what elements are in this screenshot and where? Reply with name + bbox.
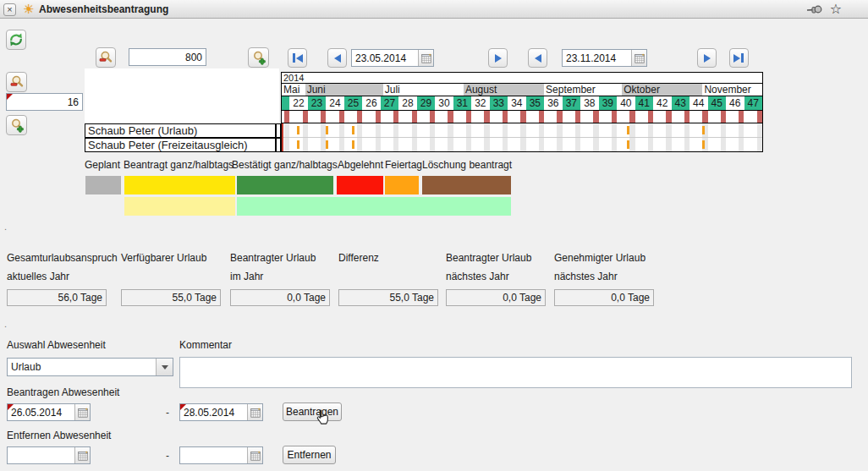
timeline-row-urlaub[interactable] (282, 123, 762, 138)
nav-prev-start-button[interactable] (327, 48, 347, 68)
resource-row-freizeitausgleich[interactable]: Schaub Peter (Freizeitausgleich) (85, 138, 276, 152)
weekend-stripe (557, 138, 562, 151)
nav-first-button[interactable] (288, 48, 307, 68)
summary-value-5: 0,0 Tage (554, 289, 654, 306)
nav-prev-end-button[interactable] (528, 48, 547, 68)
rows-zoom-in-button[interactable] (6, 115, 27, 135)
weekend-mark (284, 111, 289, 123)
remove-to-field (179, 446, 263, 464)
legend-label-3: Abgelehnt (338, 159, 383, 171)
row-count-input[interactable] (7, 94, 82, 110)
remove-to-input[interactable] (180, 447, 247, 463)
start-date-input[interactable] (352, 50, 418, 66)
first-icon (293, 53, 295, 63)
holiday-mark (326, 140, 328, 149)
rows-zoom-out-button[interactable] (6, 72, 27, 92)
absence-type-dropdown[interactable]: Urlaub (7, 358, 173, 376)
weekend-stripe (612, 138, 617, 151)
dropdown-arrow-button[interactable] (156, 359, 173, 375)
weekend-mark (430, 111, 435, 123)
next-icon (495, 54, 502, 63)
weekend-stripe (666, 138, 671, 151)
end-date-field (562, 49, 647, 67)
legend-swatch-4 (385, 176, 419, 194)
weekend-stripe (721, 123, 726, 137)
end-date-calendar-button[interactable] (631, 50, 646, 66)
remove-from-input[interactable] (8, 447, 74, 463)
close-button[interactable]: × (3, 3, 16, 16)
weekend-stripe (284, 138, 289, 151)
weekend-mark (593, 111, 598, 123)
weekend-stripe (284, 123, 289, 137)
weekend-stripe (520, 123, 525, 137)
month-cell-juni: Juni (305, 84, 386, 96)
request-to-input[interactable] (180, 404, 247, 420)
range-value-input[interactable] (129, 49, 206, 65)
date-range-separator: - (166, 450, 169, 462)
summary-label-5: Genehmigter Urlaub (554, 252, 646, 264)
weekend-mark (412, 111, 417, 123)
weekend-stripe (575, 138, 580, 151)
resource-row-urlaub[interactable]: Schaub Peter (Urlaub) (85, 123, 276, 138)
start-date-calendar-button[interactable] (418, 50, 433, 66)
week-cell-46: 46 (726, 96, 744, 110)
refresh-button[interactable] (6, 30, 26, 50)
separator-dot: . (4, 319, 7, 329)
end-date-input[interactable] (563, 50, 631, 66)
pin-button[interactable] (805, 3, 824, 17)
star-icon: ☆ (830, 2, 842, 16)
remove-button[interactable]: Entfernen (283, 446, 336, 464)
comment-textarea[interactable] (179, 357, 852, 388)
weekend-stripe (466, 138, 471, 151)
request-from-field (7, 403, 91, 421)
weekend-stripe (412, 138, 417, 151)
legend-half-day-swatches (0, 197, 868, 216)
nav-next-start-button[interactable] (488, 48, 508, 68)
request-from-input[interactable] (8, 404, 74, 420)
weekend-stripe (339, 138, 344, 151)
calendar-icon (250, 451, 261, 461)
month-cell-juli: Juli (383, 84, 466, 96)
remove-from-calendar-button[interactable] (74, 447, 90, 463)
summary-label2-4: nächstes Jahr (446, 271, 509, 282)
pin-icon (805, 3, 824, 17)
weekend-stripe (393, 123, 398, 137)
timeline-weekend-band (282, 111, 762, 123)
weekend-stripe (376, 123, 381, 137)
holiday-mark (627, 126, 629, 134)
favorite-star-button[interactable]: ☆ (827, 1, 844, 17)
request-section-label: Beantragen Abwesenheit (7, 386, 119, 398)
weekend-stripe (739, 138, 744, 151)
calendar-icon (78, 451, 88, 461)
summary-value-1: 55,0 Tage (121, 289, 221, 306)
request-from-calendar-button[interactable] (74, 404, 90, 420)
summary-value-2: 0,0 Tage (230, 289, 330, 306)
request-to-calendar-button[interactable] (247, 404, 262, 420)
range-zoom-out-button[interactable] (96, 47, 116, 68)
weekend-stripe (376, 138, 381, 151)
weekend-mark (376, 111, 381, 123)
week-cell-41: 41 (635, 96, 654, 110)
range-zoom-in-button[interactable] (248, 47, 269, 68)
month-cell-oktober: Oktober (622, 84, 705, 96)
timeline-table: 2014 MaiJuniJuliAugustSeptemberOktoberNo… (281, 72, 763, 152)
magnifier-minus-icon (98, 50, 113, 65)
weekend-stripe (357, 123, 362, 137)
remove-from-field (7, 446, 91, 464)
weekend-stripe (430, 138, 435, 151)
timeline-row-freizeitausgleich[interactable] (282, 138, 762, 151)
absence-type-label: Auswahl Abwesenheit (7, 339, 106, 351)
week-cell-22: 22 (289, 96, 308, 110)
nav-next-end-button[interactable] (697, 48, 717, 68)
week-cell-40: 40 (617, 96, 635, 110)
request-button[interactable]: Beantragen (283, 403, 342, 421)
holiday-mark (297, 140, 299, 149)
legend-swatch-3 (337, 176, 383, 194)
nav-last-button[interactable] (729, 48, 749, 68)
weekend-stripe (339, 123, 344, 137)
remove-to-calendar-button[interactable] (247, 447, 262, 463)
week-cell-28: 28 (398, 96, 417, 110)
month-cell-mai: Mai (282, 84, 308, 96)
week-cell-31: 31 (453, 96, 472, 110)
separator-dot: . (4, 222, 7, 232)
